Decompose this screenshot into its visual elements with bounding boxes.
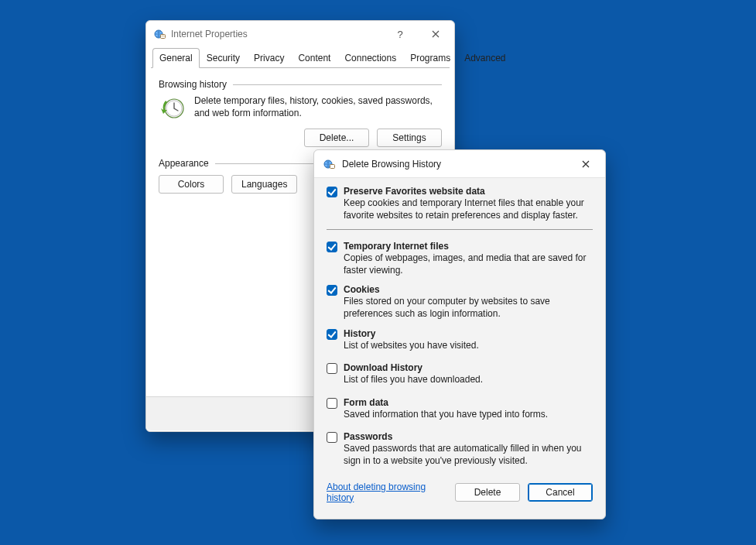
checkbox[interactable] (327, 285, 337, 296)
option-desc: Saved passwords that are automatically f… (344, 442, 593, 467)
checkbox[interactable] (327, 398, 337, 409)
tab-programs[interactable]: Programs (403, 48, 457, 67)
dialog-close-button[interactable] (571, 153, 600, 175)
option-temporary-internet-files[interactable]: Temporary Internet files Copies of webpa… (327, 241, 593, 276)
tab-content[interactable]: Content (291, 48, 337, 67)
svg-rect-2 (162, 36, 165, 36)
close-icon (432, 30, 440, 38)
option-preserve-favorites[interactable]: Preserve Favorites website data Keep coo… (327, 186, 593, 221)
option-desc: List of websites you have visited. (344, 339, 479, 352)
option-desc: Saved information that you have typed in… (344, 408, 548, 421)
dialog-body: Preserve Favorites website data Keep coo… (314, 178, 605, 468)
delete-history-button[interactable]: Delete... (304, 129, 369, 147)
dialog-titlebar[interactable]: Delete Browsing History (314, 150, 605, 178)
svg-rect-6 (330, 164, 335, 168)
option-title: Temporary Internet files (344, 241, 593, 252)
tab-security[interactable]: Security (200, 48, 247, 67)
browsing-history-description: Delete temporary files, history, cookies… (194, 94, 442, 119)
option-desc: List of files you have downloaded. (344, 373, 483, 386)
delete-browsing-history-dialog: Delete Browsing History Preserve Favorit… (313, 149, 606, 519)
option-title: Download History (344, 362, 483, 373)
option-cookies[interactable]: Cookies Files stored on your computer by… (327, 284, 593, 320)
checkbox[interactable] (327, 187, 337, 197)
group-browsing-history: Browsing history (159, 79, 442, 90)
svg-rect-1 (161, 35, 166, 39)
history-clock-icon (159, 94, 186, 122)
colors-button[interactable]: Colors (159, 175, 224, 194)
tab-general[interactable]: General (152, 48, 200, 68)
option-title: History (344, 328, 479, 339)
languages-button[interactable]: Languages (231, 175, 297, 194)
close-button[interactable] (420, 23, 451, 45)
option-title: Cookies (344, 284, 593, 295)
checkbox[interactable] (327, 329, 337, 340)
option-history[interactable]: History List of websites you have visite… (327, 328, 593, 352)
dialog-title: Delete Browsing History (342, 159, 565, 170)
group-label: Appearance (159, 158, 209, 169)
option-form-data[interactable]: Form data Saved information that you hav… (327, 397, 593, 421)
tab-privacy[interactable]: Privacy (247, 48, 291, 67)
about-deleting-history-link[interactable]: About deleting browsing history (327, 482, 447, 503)
checkbox[interactable] (327, 242, 337, 252)
close-icon (582, 160, 590, 168)
option-desc: Files stored on your computer by website… (344, 295, 593, 320)
cancel-button[interactable]: Cancel (528, 483, 593, 502)
checkbox[interactable] (327, 432, 337, 443)
option-desc: Copies of webpages, images, and media th… (344, 252, 593, 276)
tab-strip: General Security Privacy Content Connect… (151, 47, 450, 67)
option-passwords[interactable]: Passwords Saved passwords that are autom… (327, 431, 593, 467)
option-title: Form data (344, 397, 548, 408)
tab-connections[interactable]: Connections (337, 48, 403, 67)
checkbox[interactable] (327, 363, 337, 374)
help-button[interactable]: ? (385, 23, 416, 45)
dialog-button-row: About deleting browsing history Delete C… (314, 475, 605, 514)
window-title: Internet Properties (171, 29, 380, 39)
internet-options-icon (154, 28, 166, 40)
separator (327, 229, 593, 230)
option-download-history[interactable]: Download History List of files you have … (327, 362, 593, 386)
group-label: Browsing history (159, 79, 227, 90)
delete-button[interactable]: Delete (455, 483, 520, 502)
history-settings-button[interactable]: Settings (377, 129, 442, 147)
titlebar[interactable]: Internet Properties ? (146, 21, 454, 47)
option-title: Preserve Favorites website data (344, 186, 593, 197)
internet-options-icon (323, 158, 336, 170)
option-title: Passwords (344, 431, 593, 442)
tab-advanced[interactable]: Advanced (457, 48, 512, 67)
option-desc: Keep cookies and temporary Internet file… (344, 197, 593, 221)
